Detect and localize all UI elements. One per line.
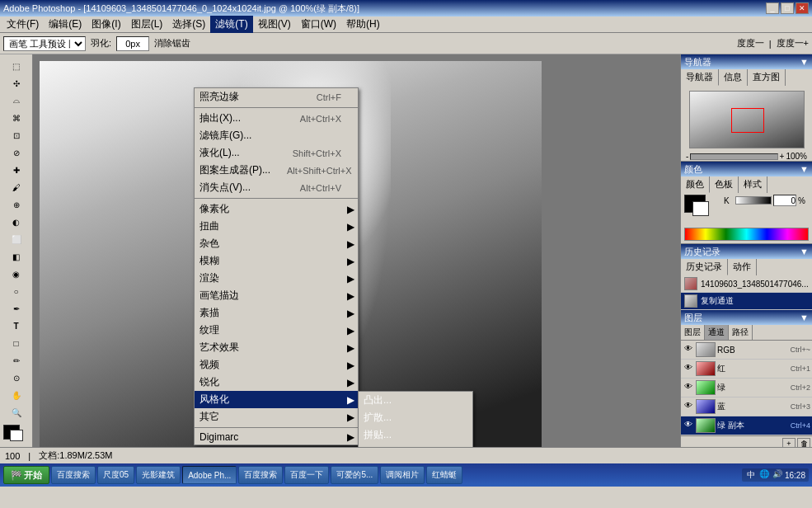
k-slider[interactable] bbox=[735, 196, 772, 205]
taskbar-photo[interactable]: 调阅相片 bbox=[380, 466, 425, 484]
tab-info[interactable]: 信息 bbox=[719, 69, 748, 86]
menu-layer[interactable]: 图层(L) bbox=[126, 16, 168, 33]
history-item-0[interactable]: 14109603_1348501477046... bbox=[681, 275, 812, 293]
tool-blur-btn[interactable]: ◉ bbox=[3, 266, 30, 282]
minimize-button[interactable]: _ bbox=[766, 2, 779, 14]
tab-actions[interactable]: 动作 bbox=[728, 259, 757, 275]
tab-styles[interactable]: 样式 bbox=[739, 176, 767, 193]
menu-image[interactable]: 图像(I) bbox=[87, 16, 125, 33]
stylize-tiles[interactable]: 拼贴... bbox=[359, 426, 472, 444]
filter-gallery[interactable]: 滤镜库(G)... bbox=[195, 127, 358, 144]
layer-green-copy[interactable]: 👁 绿 副本 Ctrl+4 bbox=[681, 416, 812, 435]
tool-move-btn[interactable]: ✣ bbox=[3, 75, 30, 92]
zoom-slider[interactable] bbox=[690, 153, 777, 160]
filter-artistic[interactable]: 艺术效果 ▶ bbox=[195, 339, 358, 356]
maximize-button[interactable]: □ bbox=[781, 2, 794, 14]
eye-green[interactable]: 👁 bbox=[683, 382, 694, 393]
feather-input[interactable] bbox=[116, 36, 149, 51]
eye-green-copy[interactable]: 👁 bbox=[683, 420, 694, 431]
taskbar-dragonfly[interactable]: 红蜻蜓 bbox=[426, 466, 462, 484]
eye-blue[interactable]: 👁 bbox=[683, 401, 694, 412]
taskbar-chidu[interactable]: 尺度05 bbox=[97, 466, 134, 484]
close-button[interactable]: ✕ bbox=[796, 2, 809, 14]
channel-create-btn[interactable]: + bbox=[782, 438, 796, 447]
tab-history[interactable]: 历史记录 bbox=[681, 259, 728, 275]
filter-lighten-edges[interactable]: 照亮边缘 Ctrl+F bbox=[195, 88, 358, 106]
tool-type-btn[interactable]: T bbox=[3, 318, 30, 334]
filter-extract[interactable]: 抽出(X)... Alt+Ctrl+X bbox=[195, 110, 358, 127]
nav-view-box[interactable] bbox=[731, 108, 764, 133]
taskbar-baidu2[interactable]: 百度搜索 bbox=[238, 466, 283, 484]
menu-help[interactable]: 帮助(H) bbox=[341, 16, 385, 33]
tool-preset-dropdown[interactable]: 画笔 工具预设 图层复合 bbox=[3, 36, 86, 51]
color-panel-arrow[interactable]: ▼ bbox=[800, 164, 809, 174]
stylize-solarize[interactable]: 曝光过度 bbox=[359, 444, 472, 447]
filter-video[interactable]: 视频 ▶ bbox=[195, 356, 358, 374]
layer-rgb[interactable]: 👁 RGB Ctrl+~ bbox=[681, 341, 812, 360]
tool-crop-btn[interactable]: ⊡ bbox=[3, 127, 30, 143]
color-spectrum[interactable] bbox=[684, 228, 809, 241]
menu-edit[interactable]: 编辑(E) bbox=[44, 16, 87, 33]
tab-color[interactable]: 颜色 bbox=[681, 176, 710, 193]
layer-green[interactable]: 👁 绿 Ctrl+2 bbox=[681, 379, 812, 397]
stylize-emboss[interactable]: 凸出... bbox=[359, 392, 472, 409]
channel-delete-btn[interactable]: 🗑 bbox=[797, 438, 810, 447]
taskbar-arch[interactable]: 光影建筑 bbox=[136, 466, 181, 484]
filter-vanishing[interactable]: 消失点(V)... Alt+Ctrl+V bbox=[195, 179, 358, 196]
filter-sharpen[interactable]: 锐化 ▶ bbox=[195, 374, 358, 391]
menu-overlay[interactable]: 照亮边缘 Ctrl+F 抽出(X)... Alt+Ctrl+X 滤镜库(G)..… bbox=[33, 54, 680, 447]
filter-pixelate[interactable]: 像素化 ▶ bbox=[195, 200, 358, 218]
taskbar-baiduone[interactable]: 百度一下 bbox=[284, 466, 329, 484]
tool-clone-btn[interactable]: ⊕ bbox=[3, 196, 30, 213]
filter-blur[interactable]: 模糊 ▶ bbox=[195, 252, 358, 270]
tab-paths[interactable]: 路径 bbox=[729, 325, 753, 340]
layer-red[interactable]: 👁 红 Ctrl+1 bbox=[681, 360, 812, 379]
filter-stylize[interactable]: 风格化 ▶ 凸出... 扩散... 拼贴... bbox=[195, 391, 358, 408]
tool-dodge-btn[interactable]: ○ bbox=[3, 283, 30, 299]
taskbar-cute[interactable]: 可爱的5... bbox=[331, 466, 378, 484]
tool-gradient-btn[interactable]: ◧ bbox=[3, 248, 30, 265]
eye-rgb[interactable]: 👁 bbox=[683, 344, 694, 355]
zoom-in-btn[interactable]: + bbox=[780, 152, 785, 161]
tool-hand-btn[interactable]: ✋ bbox=[3, 387, 30, 403]
tool-slice-btn[interactable]: ⊘ bbox=[3, 144, 30, 161]
background-color[interactable] bbox=[692, 201, 709, 216]
eye-red[interactable]: 👁 bbox=[683, 363, 694, 374]
tool-eyedrop-btn[interactable]: ⊙ bbox=[3, 369, 30, 386]
stylize-diffuse[interactable]: 扩散... bbox=[359, 409, 472, 426]
history-item-1[interactable]: 复制通道 bbox=[681, 293, 812, 310]
tool-history-btn[interactable]: ◐ bbox=[3, 214, 30, 230]
filter-brush-strokes[interactable]: 画笔描边 ▶ bbox=[195, 287, 358, 304]
filter-sketch[interactable]: 素描 ▶ bbox=[195, 304, 358, 322]
tool-eraser-btn[interactable]: ⬜ bbox=[3, 231, 30, 247]
filter-digimarc[interactable]: Digimarc ▶ bbox=[195, 430, 358, 444]
start-button[interactable]: 🏁 开始 bbox=[3, 466, 49, 484]
tool-path-btn[interactable]: ✒ bbox=[3, 300, 30, 317]
filter-liquify[interactable]: 液化(L)... Shift+Ctrl+X bbox=[195, 144, 358, 162]
tool-notes-btn[interactable]: ✏ bbox=[3, 352, 30, 369]
tool-brush-btn[interactable]: 🖌 bbox=[3, 179, 30, 195]
history-panel-arrow[interactable]: ▼ bbox=[800, 247, 809, 256]
tab-swatches[interactable]: 色板 bbox=[710, 176, 739, 193]
tool-heal-btn[interactable]: ✚ bbox=[3, 162, 30, 178]
filter-other[interactable]: 其它 ▶ bbox=[195, 408, 358, 426]
menu-view[interactable]: 视图(V) bbox=[253, 16, 296, 33]
tool-magic-btn[interactable]: ⌘ bbox=[3, 110, 30, 126]
filter-distort[interactable]: 扭曲 ▶ bbox=[195, 218, 358, 235]
menu-filter[interactable]: 滤镜(T) bbox=[210, 16, 252, 33]
layer-blue[interactable]: 👁 蓝 Ctrl+3 bbox=[681, 397, 812, 416]
tool-marquee-btn[interactable]: ⬚ bbox=[3, 58, 30, 74]
filter-noise[interactable]: 杂色 ▶ bbox=[195, 235, 358, 252]
menu-window[interactable]: 窗口(W) bbox=[296, 16, 341, 33]
tab-channels[interactable]: 通道 bbox=[705, 325, 729, 340]
taskbar-photoshop[interactable]: Adobe Ph... bbox=[182, 466, 237, 484]
tab-layers[interactable]: 图层 bbox=[681, 325, 705, 340]
layers-panel-arrow[interactable]: ▼ bbox=[800, 313, 809, 322]
k-value-input[interactable] bbox=[773, 195, 796, 206]
tab-navigator[interactable]: 导航器 bbox=[681, 69, 719, 86]
tool-shape-btn[interactable]: □ bbox=[3, 335, 30, 351]
tab-histogram[interactable]: 直方图 bbox=[748, 69, 786, 86]
taskbar-baidu1[interactable]: 百度搜索 bbox=[51, 466, 96, 484]
filter-pattern[interactable]: 图案生成器(P)... Alt+Shift+Ctrl+X bbox=[195, 162, 358, 179]
filter-render[interactable]: 渲染 ▶ bbox=[195, 270, 358, 287]
